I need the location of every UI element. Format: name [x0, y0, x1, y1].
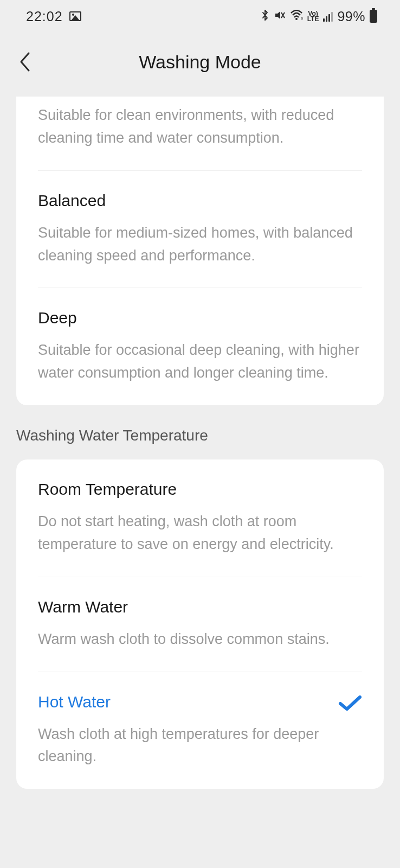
page-header: Washing Mode — [0, 33, 400, 97]
svg-point-2 — [295, 18, 298, 20]
option-description: Suitable for occasional deep cleaning, w… — [38, 339, 362, 385]
volte-icon: Vo) LTE — [307, 11, 319, 22]
temperature-card: Room Temperature Do not start heating, w… — [16, 459, 384, 789]
status-left: 22:02 — [26, 9, 81, 24]
mode-option-partial[interactable]: Suitable for clean environments, with re… — [16, 97, 384, 170]
picture-icon — [69, 11, 81, 21]
mode-option-balanced[interactable]: Balanced Suitable for medium-sized homes… — [16, 171, 384, 288]
back-button[interactable] — [17, 49, 33, 75]
mode-option-deep[interactable]: Deep Suitable for occasional deep cleani… — [16, 288, 384, 405]
option-description: Do not start heating, wash cloth at room… — [38, 510, 362, 556]
svg-text:6: 6 — [301, 16, 303, 21]
chevron-left-icon — [19, 51, 31, 73]
section-label-temperature: Washing Water Temperature — [0, 427, 400, 459]
option-title: Warm Water — [38, 598, 362, 616]
option-description: Suitable for clean environments, with re… — [38, 104, 362, 150]
option-title: Deep — [38, 309, 362, 327]
option-description: Warm wash cloth to dissolve common stain… — [38, 628, 362, 651]
wifi-icon: 6 — [290, 10, 303, 23]
checkmark-icon — [338, 695, 362, 714]
washing-mode-card: Suitable for clean environments, with re… — [16, 97, 384, 405]
option-title: Balanced — [38, 192, 362, 210]
bluetooth-icon — [261, 9, 269, 24]
battery-percent: 99% — [337, 9, 365, 24]
status-bar: 22:02 6 Vo) LTE 99% — [0, 0, 400, 33]
battery-icon — [370, 10, 377, 23]
temp-option-warm[interactable]: Warm Water Warm wash cloth to dissolve c… — [16, 577, 384, 672]
mute-icon — [274, 9, 286, 24]
temp-option-room[interactable]: Room Temperature Do not start heating, w… — [16, 459, 384, 577]
temp-option-hot[interactable]: Hot Water Wash cloth at high temperature… — [16, 672, 384, 789]
option-description: Suitable for medium-sized homes, with ba… — [38, 222, 362, 267]
volte-bottom: LTE — [307, 16, 319, 22]
status-time: 22:02 — [26, 9, 63, 24]
option-title: Room Temperature — [38, 480, 362, 499]
status-right: 6 Vo) LTE 99% — [261, 9, 377, 24]
signal-icon — [323, 11, 333, 22]
option-title: Hot Water — [38, 693, 362, 711]
page-title: Washing Mode — [0, 52, 400, 73]
option-description: Wash cloth at high temperatures for deep… — [38, 723, 362, 769]
